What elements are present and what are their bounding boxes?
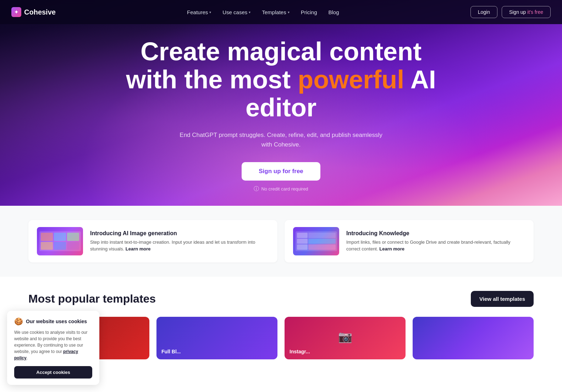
logo-text: Cohesive [24, 8, 56, 16]
accept-cookies-button[interactable]: Accept cookies [14, 366, 92, 374]
templates-header: Most popular templates View all template… [28, 291, 534, 307]
hero-title: Create magical content with the most pow… [121, 38, 441, 122]
nav-pricing[interactable]: Pricing [296, 6, 322, 18]
mock-tile [67, 233, 79, 241]
template-card-2[interactable]: Full Bl... [156, 317, 277, 359]
nav-use-cases[interactable]: Use cases ▾ [217, 6, 255, 18]
chevron-down-icon: ▾ [288, 10, 290, 14]
template-label: Full Bl... [161, 349, 181, 354]
mock-tile [308, 244, 336, 250]
feature-card-text: Import links, files or connect to Google… [346, 239, 525, 253]
template-label: Instagr... [290, 349, 310, 354]
view-all-templates-button[interactable]: View all templates [471, 291, 534, 307]
feature-card-knowledge: Introducing Knowledge Import links, file… [285, 220, 534, 263]
nav-blog[interactable]: Blog [324, 6, 344, 18]
feature-card-image-ai [37, 227, 83, 255]
feature-card-ai-image: Introducing AI Image generation Step int… [28, 220, 277, 263]
cookie-banner: 🍪 Our website uses cookies We use cookie… [7, 311, 99, 374]
template-card-4[interactable] [413, 317, 534, 359]
logo[interactable]: ✦ Cohesive [11, 7, 56, 17]
nav-features[interactable]: Features ▾ [182, 6, 216, 18]
learn-more-link-ai[interactable]: Learn more [126, 246, 151, 252]
hero-section: Create magical content with the most pow… [0, 0, 562, 206]
hero-subtitle: End ChatGPT prompt struggles. Create, re… [175, 130, 387, 149]
templates-section-title: Most popular templates [28, 292, 156, 305]
hero-cta-button[interactable]: Sign up for free [242, 162, 320, 181]
signup-button[interactable]: Sign up it's free [502, 6, 551, 18]
mock-tile [308, 239, 336, 244]
mock-tile [67, 242, 79, 250]
feature-card-image-knowledge [293, 227, 339, 255]
feature-card-text: Step into instant text-to-image creation… [90, 239, 269, 253]
nav-templates[interactable]: Templates ▾ [257, 6, 294, 18]
template-card-3[interactable]: 📷 Instagr... [285, 317, 406, 359]
feature-card-content: Introducing AI Image generation Step int… [90, 230, 269, 253]
mock-tile [297, 239, 308, 244]
instagram-icon: 📷 [338, 330, 352, 343]
cookie-header: 🍪 Our website uses cookies [14, 317, 92, 326]
templates-grid: Script f... Full Bl... 📷 Instagr... [28, 317, 534, 359]
feature-card-title: Introducing Knowledge [346, 230, 525, 237]
mock-tile [41, 242, 53, 250]
login-button[interactable]: Login [470, 6, 497, 18]
cookie-text: We use cookies to analyse visits to our … [14, 329, 92, 361]
cookie-title: Our website uses cookies [26, 319, 87, 324]
mock-tile [41, 233, 53, 241]
cookie-icon: 🍪 [14, 317, 23, 326]
features-section: Introducing AI Image generation Step int… [0, 206, 562, 277]
feature-card-content: Introducing Knowledge Import links, file… [346, 230, 525, 253]
logo-icon: ✦ [11, 7, 21, 17]
learn-more-link-knowledge[interactable]: Learn more [379, 246, 404, 252]
no-credit-card-notice: ⓘ No credit card required [254, 186, 308, 192]
info-icon: ⓘ [254, 186, 259, 192]
nav-actions: Login Sign up it's free [470, 6, 551, 18]
mock-tile [297, 233, 308, 238]
mock-tile [54, 242, 66, 250]
nav-links: Features ▾ Use cases ▾ Templates ▾ Prici… [182, 6, 344, 18]
mock-tile [308, 233, 336, 238]
chevron-down-icon: ▾ [209, 10, 211, 14]
chevron-down-icon: ▾ [249, 10, 250, 14]
feature-card-title: Introducing AI Image generation [90, 230, 269, 237]
mock-tile [54, 233, 66, 241]
mock-tile [297, 244, 308, 250]
navbar: ✦ Cohesive Features ▾ Use cases ▾ Templa… [0, 0, 562, 24]
